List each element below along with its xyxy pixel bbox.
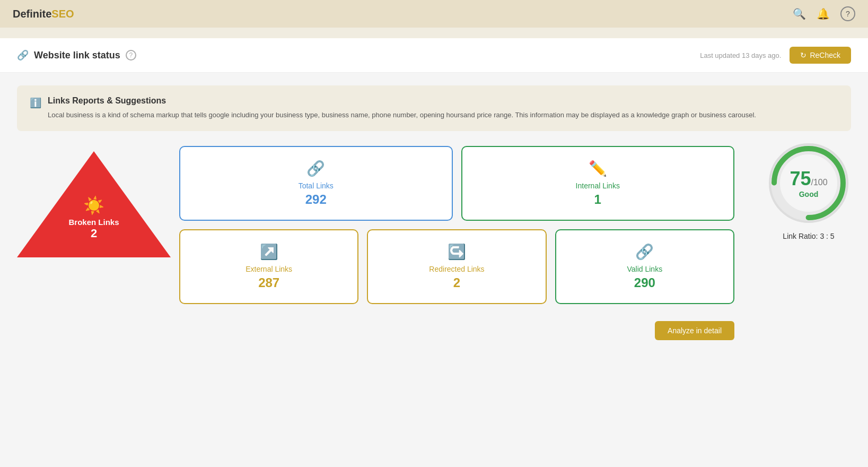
sub-header-strip (0, 28, 868, 38)
score-inner: 75/100 Good (790, 168, 827, 198)
broken-links-icon: ☀️ (68, 195, 119, 215)
external-links-icon: ↗️ (260, 243, 278, 261)
redirected-links-value: 2 (453, 275, 460, 290)
analyze-detail-button[interactable]: Analyze in detail (655, 321, 734, 340)
help-icon[interactable]: ? (126, 50, 136, 60)
external-links-label: External Links (246, 265, 292, 273)
valid-links-icon: 🔗 (635, 243, 654, 261)
link-icon: 🔗 (17, 49, 29, 61)
report-banner: ℹ️ Links Reports & Suggestions Local bus… (17, 85, 851, 131)
recheck-label: ReCheck (810, 51, 840, 59)
link-ratio: Link Ratio: 3 : 5 (783, 232, 834, 240)
score-section: 75/100 Good Link Ratio: 3 : 5 (766, 141, 851, 240)
report-title: Links Reports & Suggestions (48, 96, 838, 106)
valid-links-value: 290 (634, 275, 655, 290)
external-links-card: ↗️ External Links 287 (179, 229, 358, 304)
internal-links-card: ✏️ Internal Links 1 (461, 146, 735, 221)
score-value: 75 (790, 168, 811, 189)
page-title: Website link status (34, 50, 120, 61)
internal-links-label: Internal Links (576, 181, 620, 190)
help-circle-icon[interactable]: ? (840, 6, 855, 21)
page-title-right: Last updated 13 days ago. ↻ ReCheck (700, 47, 851, 64)
score-circle-container: 75/100 Good (766, 141, 851, 226)
logo-seo: SEO (51, 8, 74, 20)
score-label: Good (790, 190, 827, 198)
total-links-icon: 🔗 (306, 160, 325, 177)
bell-icon[interactable]: 🔔 (817, 7, 830, 20)
valid-links-label: Valid Links (627, 265, 662, 273)
redirected-links-card: ↪️ Redirected Links 2 (367, 229, 546, 304)
broken-links-container: ☀️ Broken Links 2 (17, 146, 171, 304)
external-links-value: 287 (258, 275, 279, 290)
logo: DefiniteSEO (13, 8, 74, 20)
total-links-value: 292 (305, 192, 327, 207)
score-max: /100 (811, 178, 827, 187)
logo-definite: Definite (13, 8, 51, 20)
last-updated-text: Last updated 13 days ago. (700, 51, 781, 59)
total-links-label: Total Links (299, 181, 334, 190)
search-icon[interactable]: 🔍 (793, 7, 806, 20)
internal-links-value: 1 (594, 192, 601, 207)
info-icon: ℹ️ (30, 97, 41, 109)
redirected-links-icon: ↪️ (448, 243, 466, 261)
page-title-bar: 🔗 Website link status ? Last updated 13 … (0, 38, 868, 73)
triangle-wrap: ☀️ Broken Links 2 (17, 151, 171, 257)
broken-links-label: Broken Links (68, 218, 119, 227)
broken-links-count: 2 (68, 227, 119, 240)
recheck-button[interactable]: ↻ ReCheck (790, 47, 851, 64)
triangle-content: ☀️ Broken Links 2 (68, 195, 119, 240)
recheck-icon: ↻ (800, 51, 806, 59)
total-links-card: 🔗 Total Links 292 (179, 146, 453, 221)
page-title-left: 🔗 Website link status ? (17, 49, 136, 61)
internal-links-icon: ✏️ (589, 160, 607, 177)
redirected-links-label: Redirected Links (429, 265, 484, 273)
header-icons: 🔍 🔔 ? (793, 6, 855, 21)
header: DefiniteSEO 🔍 🔔 ? (0, 0, 868, 28)
valid-links-card: 🔗 Valid Links 290 (555, 229, 734, 304)
report-banner-text: Links Reports & Suggestions Local busine… (48, 96, 838, 120)
report-description: Local business is a kind of schema marku… (48, 110, 838, 120)
